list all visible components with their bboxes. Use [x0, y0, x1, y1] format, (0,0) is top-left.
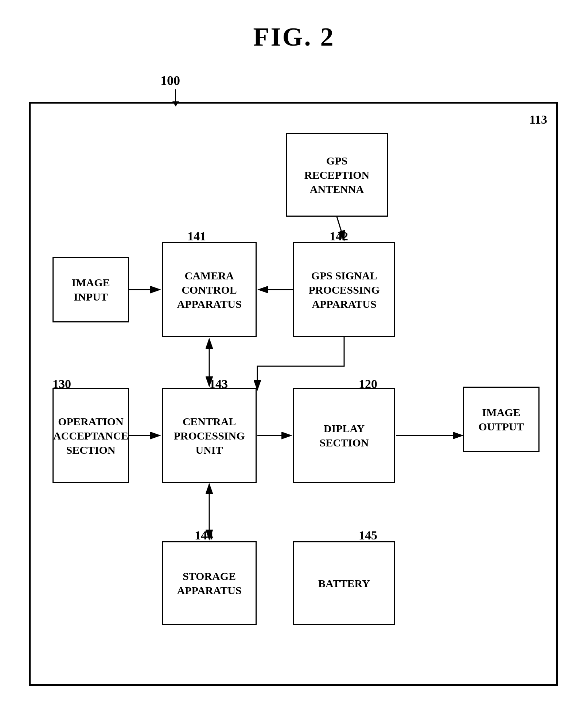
- arrow-100-down: [175, 89, 176, 102]
- label-120: 120: [359, 377, 377, 391]
- display-section-label: DIPLAY SECTION: [319, 421, 369, 450]
- label-130: 130: [52, 377, 71, 391]
- battery-block: BATTERY: [293, 541, 395, 625]
- label-113: 113: [529, 113, 547, 127]
- label-144: 144: [195, 529, 213, 542]
- storage-block: STORAGE APPARATUS: [162, 541, 257, 625]
- operation-acceptance-block: OPERATION ACCEPTANCE SECTION: [52, 388, 129, 483]
- operation-acceptance-label: OPERATION ACCEPTANCE SECTION: [53, 414, 128, 457]
- cpu-label: CENTRAL PROCESSING UNIT: [174, 414, 245, 457]
- display-section-block: DIPLAY SECTION: [293, 388, 395, 483]
- label-143: 143: [209, 377, 228, 391]
- gps-antenna-label: GPS RECEPTION ANTENNA: [304, 154, 369, 196]
- label-141: 141: [187, 229, 206, 243]
- camera-control-block: CAMERA CONTROL APPARATUS: [162, 242, 257, 337]
- image-output-block: IMAGE OUTPUT: [463, 387, 540, 452]
- battery-label: BATTERY: [318, 576, 370, 591]
- label-100: 100: [160, 73, 180, 88]
- gps-antenna-block: GPS RECEPTION ANTENNA: [286, 133, 388, 217]
- page-title: FIG. 2: [253, 22, 335, 52]
- image-output-label: IMAGE OUTPUT: [478, 405, 524, 434]
- image-input-block: IMAGE INPUT: [52, 257, 129, 322]
- gps-signal-label: GPS SIGNAL PROCESSING APPARATUS: [308, 268, 379, 311]
- label-145: 145: [359, 529, 377, 542]
- label-142: 142: [330, 229, 348, 243]
- camera-control-label: CAMERA CONTROL APPARATUS: [177, 268, 241, 311]
- cpu-block: CENTRAL PROCESSING UNIT: [162, 388, 257, 483]
- storage-label: STORAGE APPARATUS: [177, 569, 241, 597]
- gps-signal-block: GPS SIGNAL PROCESSING APPARATUS: [293, 242, 395, 337]
- image-input-label: IMAGE INPUT: [72, 275, 110, 304]
